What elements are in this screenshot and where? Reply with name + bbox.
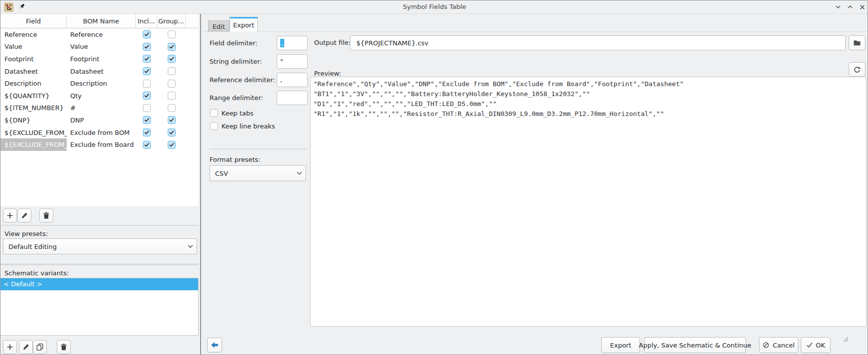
close-button[interactable] — [858, 2, 867, 11]
include-cell[interactable] — [136, 138, 157, 151]
group-cell[interactable] — [157, 90, 186, 102]
field-row[interactable]: DescriptionDescription — [0, 77, 199, 90]
field-name-cell[interactable]: ${EXCLUDE_FROM_BOM} — [0, 126, 67, 139]
field-row[interactable]: DatasheetDatasheet — [0, 65, 199, 78]
range-delimiter-input[interactable] — [277, 91, 308, 105]
field-name-cell[interactable]: ${DNP} — [0, 114, 67, 126]
field-row[interactable]: FootprintFootprint — [0, 53, 199, 65]
group-cell[interactable] — [157, 114, 186, 126]
bom-name-cell[interactable]: Footprint — [67, 53, 136, 65]
bom-name-cell[interactable]: Datasheet — [67, 65, 136, 78]
include-checkbox[interactable] — [143, 80, 151, 88]
add-field-button[interactable] — [3, 209, 17, 223]
group-by-checkbox[interactable] — [168, 67, 176, 75]
group-cell[interactable] — [157, 126, 186, 139]
include-cell[interactable] — [136, 77, 157, 90]
refresh-preview-button[interactable] — [849, 62, 866, 77]
column-header-include[interactable]: Incl... — [136, 14, 157, 28]
reference-delimiter-input[interactable]: , — [277, 73, 308, 87]
column-header-group[interactable]: Group... — [157, 14, 186, 28]
group-cell[interactable] — [157, 138, 186, 151]
column-header-field[interactable]: Field — [0, 14, 67, 28]
bom-name-cell[interactable]: Qty — [67, 90, 136, 102]
include-cell[interactable] — [136, 126, 157, 139]
field-name-cell[interactable]: Footprint — [0, 53, 67, 65]
tab-export[interactable]: Export — [229, 17, 258, 32]
include-checkbox[interactable] — [143, 43, 151, 51]
field-row[interactable]: ${ITEM_NUMBER}# — [0, 102, 199, 115]
view-presets-dropdown[interactable]: Default Editing — [3, 238, 197, 254]
duplicate-variant-button[interactable] — [33, 340, 47, 354]
group-by-checkbox[interactable] — [168, 55, 176, 63]
group-by-checkbox[interactable] — [168, 141, 176, 149]
section-divider[interactable] — [0, 263, 199, 265]
browse-output-file-button[interactable] — [849, 35, 866, 50]
include-checkbox[interactable] — [143, 67, 151, 75]
cancel-button[interactable]: Cancel — [759, 337, 798, 353]
field-row[interactable]: ${EXCLUDE_FROM_BOARD}Exclude from Board — [0, 138, 199, 151]
group-by-checkbox[interactable] — [168, 128, 176, 136]
group-cell[interactable] — [157, 28, 186, 41]
add-variant-button[interactable] — [3, 340, 17, 354]
field-name-cell[interactable]: Description — [0, 77, 67, 90]
group-cell[interactable] — [157, 77, 186, 90]
bom-name-cell[interactable]: Value — [67, 41, 136, 53]
panel-splitter[interactable] — [200, 14, 201, 355]
include-cell[interactable] — [136, 28, 157, 41]
field-row[interactable]: ValueValue — [0, 41, 199, 53]
group-by-checkbox[interactable] — [168, 43, 176, 51]
output-file-input[interactable]: ${PROJECTNAME}.csv — [350, 35, 846, 50]
group-by-checkbox[interactable] — [168, 104, 176, 112]
bom-name-cell[interactable]: # — [67, 102, 136, 115]
include-checkbox[interactable] — [143, 55, 151, 63]
ok-button[interactable]: OK — [801, 337, 831, 353]
include-checkbox[interactable] — [143, 128, 151, 136]
minimize-button[interactable] — [834, 2, 843, 11]
bom-name-cell[interactable]: DNP — [67, 114, 136, 126]
field-delimiter-input[interactable]: , — [277, 36, 308, 50]
group-cell[interactable] — [157, 53, 186, 65]
group-by-checkbox[interactable] — [168, 80, 176, 88]
include-checkbox[interactable] — [143, 116, 151, 124]
field-row[interactable]: ${EXCLUDE_FROM_BOM}Exclude from BOM — [0, 126, 199, 139]
keep-tabs-checkbox[interactable] — [210, 109, 218, 117]
preview-pane[interactable]: "Reference","Qty","Value","DNP","Exclude… — [310, 77, 867, 327]
edit-variant-button[interactable] — [19, 340, 33, 354]
string-delimiter-input[interactable]: " — [277, 54, 308, 69]
include-cell[interactable] — [136, 65, 157, 78]
include-cell[interactable] — [136, 41, 157, 53]
apply-save-continue-button[interactable]: Apply, Save Schematic & Continue — [644, 337, 746, 353]
field-name-cell[interactable]: Value — [0, 41, 67, 53]
include-checkbox[interactable] — [143, 141, 151, 149]
group-cell[interactable] — [157, 41, 186, 53]
maximize-button[interactable] — [846, 2, 855, 11]
variant-item[interactable]: < Default > — [0, 278, 198, 290]
field-name-cell[interactable]: Reference — [0, 28, 67, 41]
bom-name-cell[interactable]: Exclude from BOM — [67, 126, 136, 139]
include-checkbox[interactable] — [143, 104, 151, 112]
bom-name-cell[interactable]: Reference — [67, 28, 136, 41]
field-row[interactable]: ${DNP}DNP — [0, 114, 199, 126]
group-by-checkbox[interactable] — [168, 30, 176, 38]
tab-edit[interactable]: Edit — [208, 20, 229, 32]
field-name-cell[interactable]: ${ITEM_NUMBER} — [0, 102, 67, 115]
edit-field-button[interactable] — [17, 209, 31, 223]
back-button[interactable] — [207, 338, 222, 353]
keep-line-breaks-checkbox[interactable] — [210, 122, 218, 130]
bom-name-cell[interactable]: Description — [67, 77, 136, 90]
column-header-bom-name[interactable]: BOM Name — [67, 14, 136, 28]
group-by-checkbox[interactable] — [168, 92, 176, 100]
group-cell[interactable] — [157, 102, 186, 115]
export-button[interactable]: Export — [601, 337, 640, 353]
group-by-checkbox[interactable] — [168, 116, 176, 124]
include-checkbox[interactable] — [143, 30, 151, 38]
delete-field-button[interactable] — [39, 209, 53, 223]
group-cell[interactable] — [157, 65, 186, 78]
field-name-cell[interactable]: Datasheet — [0, 65, 67, 78]
resize-grip[interactable] — [842, 336, 850, 344]
include-checkbox[interactable] — [143, 92, 151, 100]
field-name-cell[interactable]: ${EXCLUDE_FROM_BOARD} — [0, 138, 67, 151]
format-presets-dropdown[interactable]: CSV — [210, 165, 306, 181]
field-row[interactable]: ${QUANTITY}Qty — [0, 90, 199, 102]
include-cell[interactable] — [136, 90, 157, 102]
